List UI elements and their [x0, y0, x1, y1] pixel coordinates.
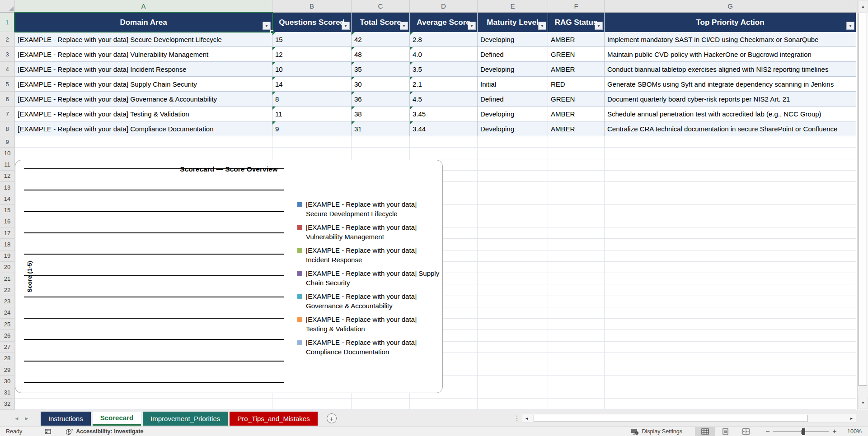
cell-G28[interactable]	[605, 353, 856, 364]
row-header-12[interactable]: 12	[0, 171, 15, 182]
cell-E30[interactable]	[478, 376, 548, 387]
row-header-27[interactable]: 27	[0, 342, 15, 353]
cell-A2[interactable]: [EXAMPLE - Replace with your data] Secur…	[15, 32, 272, 47]
legend-item[interactable]: [EXAMPLE - Replace with your data] Testi…	[297, 315, 440, 334]
cell-A10[interactable]	[15, 148, 272, 159]
cell-G25[interactable]	[605, 319, 856, 330]
row-header-32[interactable]: 32	[0, 399, 15, 410]
cell-D3[interactable]: 4.0	[410, 47, 478, 62]
column-header-F[interactable]: F	[548, 0, 605, 13]
header-cell-C1[interactable]: Total Score▾	[352, 13, 410, 32]
legend-item[interactable]: [EXAMPLE - Replace with your data] Compl…	[297, 338, 440, 357]
display-settings-button[interactable]: Display Settings	[642, 428, 682, 435]
cell-A8[interactable]: [EXAMPLE - Replace with your data] Compl…	[15, 121, 272, 136]
legend-item[interactable]: [EXAMPLE - Replace with your data] Vulne…	[297, 223, 440, 241]
cell-E29[interactable]	[478, 364, 548, 376]
cell-F23[interactable]	[548, 296, 605, 307]
header-cell-B1[interactable]: Questions Scored▾	[272, 13, 352, 32]
row-header-11[interactable]: 11	[0, 159, 15, 171]
tab-nav-right-icon[interactable]: ►	[22, 416, 32, 421]
cell-F27[interactable]	[548, 342, 605, 353]
row-header-3[interactable]: 3	[0, 47, 15, 62]
row-header-4[interactable]: 4	[0, 62, 15, 77]
filter-dropdown-button[interactable]: ▾	[468, 22, 476, 30]
cell-E2[interactable]: Developing	[478, 32, 548, 47]
cell-E22[interactable]	[478, 284, 548, 296]
zoom-level[interactable]: 100%	[847, 428, 862, 435]
cell-B2[interactable]: 15	[272, 32, 352, 47]
cell-F32[interactable]	[548, 399, 605, 410]
row-header-19[interactable]: 19	[0, 250, 15, 262]
row-header-31[interactable]: 31	[0, 387, 15, 399]
cell-G17[interactable]	[605, 227, 856, 239]
cell-B10[interactable]	[272, 148, 352, 159]
row-header-15[interactable]: 15	[0, 205, 15, 216]
cell-G18[interactable]	[605, 239, 856, 250]
cell-B32[interactable]	[272, 399, 352, 410]
cell-F7[interactable]: AMBER	[548, 107, 605, 121]
zoom-slider-thumb[interactable]	[802, 428, 805, 435]
cell-B6[interactable]: 8	[272, 92, 352, 107]
cell-E6[interactable]: Defined	[478, 92, 548, 107]
page-break-view-button[interactable]	[736, 427, 756, 436]
cell-E4[interactable]: Developing	[478, 62, 548, 77]
cell-G30[interactable]	[605, 376, 856, 387]
cell-F16[interactable]	[548, 216, 605, 227]
row-header-9[interactable]: 9	[0, 136, 15, 148]
sheet-tab-instructions[interactable]: Instructions	[41, 412, 91, 426]
cell-E14[interactable]	[478, 193, 548, 204]
cell-D32[interactable]	[410, 399, 478, 410]
cell-G16[interactable]	[605, 216, 856, 227]
cell-F31[interactable]	[548, 387, 605, 399]
cell-C8[interactable]: 31	[352, 121, 410, 136]
cell-F30[interactable]	[548, 376, 605, 387]
cell-G3[interactable]: Maintain public CVD policy with HackerOn…	[605, 47, 856, 62]
cell-E12[interactable]	[478, 171, 548, 182]
cell-E25[interactable]	[478, 319, 548, 330]
row-header-26[interactable]: 26	[0, 330, 15, 341]
tab-scroll-grip[interactable]: ⋮	[513, 414, 520, 422]
cell-G6[interactable]: Document quarterly board cyber-risk repo…	[605, 92, 856, 107]
row-header-29[interactable]: 29	[0, 364, 15, 376]
cell-C10[interactable]	[352, 148, 410, 159]
cell-C6[interactable]: 36	[352, 92, 410, 107]
cell-E28[interactable]	[478, 353, 548, 364]
cell-B8[interactable]: 9	[272, 121, 352, 136]
row-header-13[interactable]: 13	[0, 182, 15, 193]
scroll-left-button[interactable]: ◄	[523, 414, 530, 422]
filter-dropdown-button[interactable]: ▾	[846, 22, 854, 30]
cell-E32[interactable]	[478, 399, 548, 410]
cell-F2[interactable]: AMBER	[548, 32, 605, 47]
cell-G2[interactable]: Implement mandatory SAST in CI/CD using …	[605, 32, 856, 47]
cell-A4[interactable]: [EXAMPLE - Replace with your data] Incid…	[15, 62, 272, 77]
column-header-C[interactable]: C	[352, 0, 410, 13]
cell-E8[interactable]: Developing	[478, 121, 548, 136]
cell-F13[interactable]	[548, 182, 605, 193]
cell-D6[interactable]: 4.5	[410, 92, 478, 107]
row-header-24[interactable]: 24	[0, 307, 15, 319]
cell-F24[interactable]	[548, 307, 605, 319]
cell-E13[interactable]	[478, 182, 548, 193]
cell-E24[interactable]	[478, 307, 548, 319]
row-header-20[interactable]: 20	[0, 262, 15, 273]
normal-view-button[interactable]	[695, 427, 715, 436]
cell-E9[interactable]	[478, 136, 548, 148]
scroll-up-button[interactable]: ▲	[858, 0, 868, 12]
cell-G15[interactable]	[605, 205, 856, 216]
zoom-out-button[interactable]: −	[764, 427, 771, 436]
cell-B7[interactable]: 11	[272, 107, 352, 121]
cell-G32[interactable]	[605, 399, 856, 410]
cell-A5[interactable]: [EXAMPLE - Replace with your data] Suppl…	[15, 77, 272, 92]
cell-G14[interactable]	[605, 193, 856, 204]
scorecard-chart[interactable]: Scorecard — Score Overview Score (1-5) […	[15, 160, 443, 393]
macro-record-icon[interactable]	[45, 429, 52, 435]
page-layout-view-button[interactable]	[715, 427, 736, 436]
accessibility-icon[interactable]	[65, 428, 73, 435]
selection-fill-handle[interactable]	[270, 30, 273, 33]
cell-F15[interactable]	[548, 205, 605, 216]
cell-E17[interactable]	[478, 227, 548, 239]
row-header-22[interactable]: 22	[0, 284, 15, 296]
legend-item[interactable]: [EXAMPLE - Replace with your data] Secur…	[297, 200, 440, 218]
cell-G9[interactable]	[605, 136, 856, 148]
cell-E3[interactable]: Defined	[478, 47, 548, 62]
